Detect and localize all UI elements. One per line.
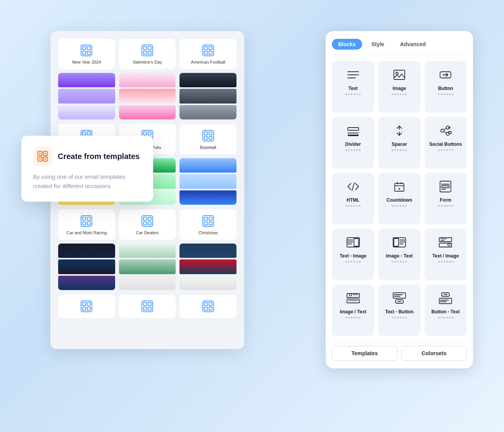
svg-rect-3 — [83, 51, 86, 54]
category-grid: New Year 2024 Valentine's Day — [58, 39, 236, 69]
svg-rect-44 — [209, 222, 212, 225]
category-item[interactable]: American Football — [180, 39, 236, 69]
thumb-group[interactable] — [180, 73, 236, 119]
block-image-text[interactable]: Image - Text — [378, 228, 420, 280]
text-block-icon — [345, 66, 362, 83]
category-item[interactable]: New Year 2024 — [58, 39, 115, 69]
block-text[interactable]: Text — [332, 61, 374, 113]
colorsets-button[interactable]: Colorsets — [401, 346, 467, 361]
svg-rect-9 — [148, 51, 151, 54]
tooltip-icon-box — [33, 147, 52, 166]
category-item[interactable]: Baseball — [180, 124, 236, 154]
category-item[interactable] — [180, 295, 236, 318]
thumb-group[interactable] — [58, 73, 115, 119]
svg-rect-41 — [204, 217, 207, 220]
block-divider[interactable]: Divider — [332, 117, 374, 169]
svg-rect-66 — [39, 158, 41, 160]
category-icon — [201, 299, 215, 313]
thumb-group[interactable] — [58, 244, 115, 290]
text-slash-image-block-icon — [437, 234, 454, 251]
block-divider-label: Divider — [345, 142, 361, 147]
tab-blocks[interactable]: Blocks — [332, 39, 362, 50]
category-item[interactable] — [58, 295, 115, 318]
templates-button[interactable]: Templates — [332, 346, 397, 361]
category-grid-3: Car and Moto Racing Car Dealers — [58, 209, 236, 240]
tab-style[interactable]: Style — [365, 39, 390, 50]
button-block-icon — [437, 66, 454, 83]
block-form-label: Form — [440, 197, 451, 203]
svg-line-84 — [444, 131, 446, 133]
svg-rect-17 — [87, 132, 90, 135]
block-spacer-label: Spacer — [392, 142, 407, 147]
divider-block-icon — [345, 122, 362, 139]
svg-rect-48 — [83, 307, 86, 310]
svg-rect-32 — [87, 217, 90, 220]
category-item[interactable] — [119, 295, 176, 318]
svg-rect-49 — [87, 307, 90, 310]
block-countdown[interactable]: Countdown — [378, 173, 420, 225]
block-image[interactable]: Image — [378, 61, 420, 113]
block-text-slash-image[interactable]: Text / Image — [425, 228, 467, 280]
block-text-slash-image-label: Text / Image — [432, 253, 459, 259]
svg-rect-33 — [83, 222, 86, 225]
countdown-block-icon — [391, 178, 408, 195]
bottom-cat-row — [58, 295, 236, 318]
thumb-group[interactable] — [119, 73, 176, 119]
svg-rect-13 — [204, 51, 207, 54]
svg-rect-21 — [143, 132, 147, 135]
block-image-slash-text[interactable]: Image / Text — [332, 284, 374, 336]
svg-line-87 — [352, 183, 354, 190]
svg-point-112 — [448, 244, 450, 246]
svg-rect-8 — [143, 51, 147, 54]
category-item[interactable]: Valentine's Day — [119, 39, 176, 69]
button-text-block-icon — [437, 290, 454, 307]
block-spacer[interactable]: Spacer — [378, 117, 420, 169]
svg-rect-22 — [148, 132, 151, 135]
svg-rect-56 — [204, 302, 207, 306]
category-item[interactable]: Christmas — [180, 209, 236, 240]
svg-rect-47 — [87, 302, 90, 306]
tab-advanced[interactable]: Advanced — [394, 39, 432, 50]
block-image-slash-text-label: Image / Text — [340, 309, 366, 314]
block-social[interactable]: Social Buttons — [425, 117, 467, 169]
block-image-label: Image — [393, 86, 406, 91]
svg-rect-39 — [148, 222, 151, 225]
svg-rect-64 — [39, 153, 41, 154]
block-drag-handle — [345, 205, 361, 207]
svg-rect-53 — [143, 307, 147, 310]
block-drag-handle — [438, 205, 453, 207]
category-item[interactable]: Car and Moto Racing — [58, 209, 115, 240]
svg-rect-51 — [143, 302, 147, 306]
thumb-group[interactable] — [180, 158, 236, 205]
thumb-group[interactable] — [180, 244, 236, 290]
block-button-text[interactable]: Button - Text — [425, 284, 467, 336]
block-drag-handle — [345, 149, 361, 151]
svg-rect-104 — [394, 238, 399, 246]
block-drag-handle — [392, 317, 407, 318]
image-text-block-icon — [391, 234, 408, 251]
block-form[interactable]: Form — [425, 173, 467, 225]
svg-rect-67 — [45, 158, 46, 160]
svg-rect-99 — [354, 238, 359, 246]
svg-rect-42 — [209, 217, 212, 220]
spacer-block-icon — [391, 122, 408, 139]
svg-rect-59 — [209, 307, 212, 310]
svg-rect-38 — [143, 222, 147, 225]
tooltip-header: Create from templates — [33, 147, 142, 166]
thumb-group[interactable] — [119, 244, 176, 290]
category-item[interactable]: Car Dealers — [119, 209, 176, 240]
block-countdown-label: Countdown — [387, 197, 412, 203]
category-icon — [140, 299, 154, 313]
category-name: Car and Moto Racing — [66, 230, 107, 235]
svg-rect-28 — [204, 137, 207, 140]
svg-rect-57 — [209, 302, 212, 306]
block-text-label: Text — [349, 86, 358, 91]
svg-rect-88 — [395, 183, 404, 191]
svg-rect-31 — [83, 217, 86, 220]
block-button[interactable]: Button — [425, 61, 467, 113]
svg-rect-96 — [442, 186, 449, 188]
block-text-button[interactable]: Text - Button — [378, 284, 420, 336]
block-text-image[interactable]: Text - Image — [332, 228, 374, 280]
block-html[interactable]: HTML — [332, 173, 374, 225]
block-drag-handle — [392, 261, 407, 263]
